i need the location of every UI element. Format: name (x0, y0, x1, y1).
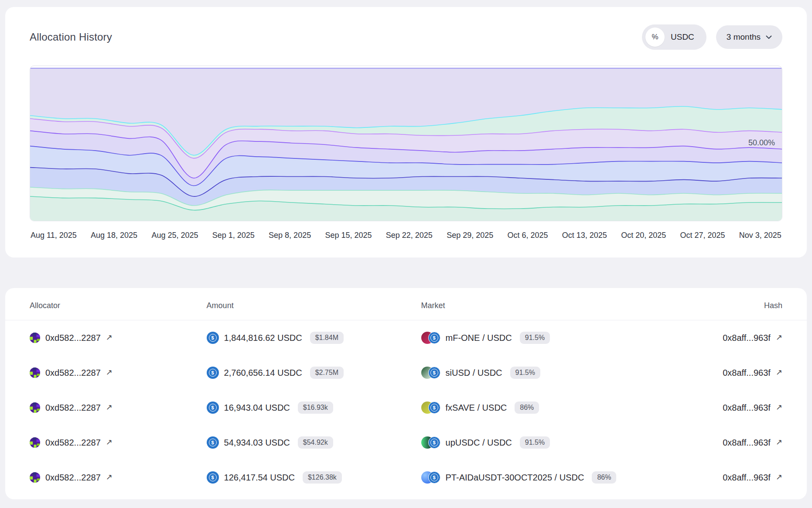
external-link-icon[interactable]: ↗ (106, 438, 113, 446)
usdc-coin-icon: $ (207, 471, 219, 484)
market-name: PT-AIDaUSDT-30OCT2025 / USDC (446, 473, 584, 483)
allocator-address: 0xd582...2287 (45, 368, 101, 378)
market-allocation-badge: 91.5% (520, 332, 550, 344)
market-name: siUSD / USDC (446, 368, 502, 378)
table-header: Allocator Amount Market Hash (5, 301, 807, 320)
market-allocation-badge: 91.5% (510, 367, 540, 379)
percent-toggle-button[interactable]: % (645, 27, 665, 47)
hash-value: 0x8aff...963f (723, 438, 771, 448)
x-axis-label: Oct 6, 2025 (508, 231, 548, 240)
usdc-coin-icon: $ (428, 436, 440, 449)
hash-value: 0x8aff...963f (723, 368, 771, 378)
column-header-amount: Amount (207, 301, 421, 310)
gridline-label: 50.00% (748, 138, 775, 148)
market-allocation-badge: 86% (592, 471, 616, 484)
time-range-value: 3 months (727, 32, 761, 42)
allocator-avatar-icon (30, 402, 40, 413)
allocator-avatar-icon (30, 367, 40, 378)
usdc-coin-icon: $ (428, 402, 440, 414)
market-pair-icon: $ (421, 436, 440, 449)
x-axis-label: Aug 18, 2025 (91, 231, 137, 240)
usdc-coin-icon: $ (207, 436, 219, 449)
table-row: 0xd582...2287 ↗ $ 2,760,656.14 USDC $2.7… (5, 355, 807, 390)
external-link-icon[interactable]: ↗ (776, 473, 782, 481)
allocator-avatar-icon (30, 437, 40, 448)
market-name: fxSAVE / USDC (446, 403, 507, 413)
table-row: 0xd582...2287 ↗ $ 16,943.04 USDC $16.93k… (5, 390, 807, 425)
external-link-icon[interactable]: ↗ (106, 333, 113, 341)
allocator-address: 0xd582...2287 (45, 438, 101, 448)
x-axis-label: Aug 25, 2025 (151, 231, 198, 240)
amount-value: 54,934.03 USDC (224, 438, 290, 448)
column-header-hash: Hash (707, 301, 782, 310)
x-axis-label: Sep 22, 2025 (386, 231, 433, 240)
allocator-address: 0xd582...2287 (45, 333, 101, 343)
market-pair-icon: $ (421, 471, 440, 484)
usdc-coin-icon: $ (207, 367, 219, 379)
page-title: Allocation History (30, 31, 112, 43)
amount-value: 1,844,816.62 USDC (224, 333, 302, 343)
external-link-icon[interactable]: ↗ (776, 333, 782, 341)
allocations-table-card: Allocator Amount Market Hash 0xd582...22… (5, 288, 807, 499)
hash-value: 0x8aff...963f (723, 403, 771, 413)
amount-value: 126,417.54 USDC (224, 473, 295, 483)
x-axis-label: Sep 8, 2025 (269, 231, 311, 240)
stream-chart-svg (30, 66, 782, 221)
table-row: 0xd582...2287 ↗ $ 54,934.03 USDC $54.92k… (5, 425, 807, 460)
table-row: 0xd582...2287 ↗ $ 126,417.54 USDC $126.3… (5, 460, 807, 495)
percent-icon: % (652, 33, 658, 41)
column-header-allocator: Allocator (30, 301, 207, 310)
external-link-icon[interactable]: ↗ (776, 368, 782, 376)
external-link-icon[interactable]: ↗ (106, 473, 113, 481)
allocator-address: 0xd582...2287 (45, 403, 101, 413)
market-name: mF-ONE / USDC (446, 333, 512, 343)
allocation-history-card: Allocation History % USDC 3 months 50.00… (5, 7, 807, 257)
amount-value: 16,943.04 USDC (224, 403, 290, 413)
market-allocation-badge: 86% (515, 402, 539, 414)
allocator-address: 0xd582...2287 (45, 473, 101, 483)
unit-toggle[interactable]: % USDC (642, 24, 706, 50)
usdc-coin-icon: $ (428, 332, 440, 344)
amount-usd-badge: $2.75M (310, 367, 344, 379)
x-axis-label: Oct 13, 2025 (562, 231, 607, 240)
external-link-icon[interactable]: ↗ (776, 403, 782, 411)
external-link-icon[interactable]: ↗ (106, 403, 113, 411)
market-pair-icon: $ (421, 332, 440, 344)
usdc-toggle-button[interactable]: USDC (671, 32, 703, 42)
column-header-market: Market (421, 301, 707, 310)
x-axis: Aug 11, 2025Aug 18, 2025Aug 25, 2025Sep … (30, 231, 782, 240)
x-axis-label: Oct 27, 2025 (680, 231, 725, 240)
external-link-icon[interactable]: ↗ (106, 368, 113, 376)
market-allocation-badge: 91.5% (520, 436, 550, 449)
time-range-dropdown[interactable]: 3 months (716, 25, 782, 49)
allocation-stream-chart: 50.00% (30, 65, 782, 221)
chevron-down-icon (766, 35, 772, 39)
x-axis-label: Aug 11, 2025 (31, 231, 77, 240)
market-name: upUSDC / USDC (446, 438, 512, 448)
x-axis-label: Sep 1, 2025 (212, 231, 255, 240)
x-axis-label: Sep 29, 2025 (447, 231, 493, 240)
table-row: 0xd582...2287 ↗ $ 1,844,816.62 USDC $1.8… (5, 320, 807, 355)
usdc-coin-icon: $ (428, 367, 440, 379)
x-axis-label: Oct 20, 2025 (621, 231, 666, 240)
external-link-icon[interactable]: ↗ (776, 438, 782, 446)
amount-value: 2,760,656.14 USDC (224, 368, 302, 378)
market-pair-icon: $ (421, 402, 440, 414)
amount-usd-badge: $1.84M (310, 332, 344, 344)
allocator-avatar-icon (30, 333, 40, 343)
amount-usd-badge: $16.93k (298, 402, 333, 414)
usdc-coin-icon: $ (207, 402, 219, 414)
x-axis-label: Nov 3, 2025 (739, 231, 781, 240)
market-pair-icon: $ (421, 367, 440, 379)
hash-value: 0x8aff...963f (723, 473, 771, 483)
usdc-coin-icon: $ (207, 332, 219, 344)
usdc-coin-icon: $ (428, 471, 440, 484)
x-axis-label: Sep 15, 2025 (325, 231, 372, 240)
amount-usd-badge: $126.38k (303, 471, 342, 484)
allocator-avatar-icon (30, 472, 40, 483)
amount-usd-badge: $54.92k (298, 436, 333, 449)
hash-value: 0x8aff...963f (723, 333, 771, 343)
